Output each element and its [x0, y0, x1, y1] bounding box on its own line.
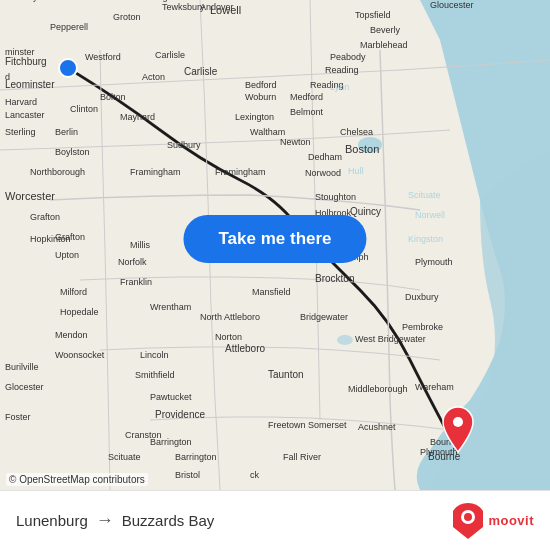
svg-text:Kingston: Kingston: [408, 234, 443, 244]
origin-label: Lunenburg: [16, 512, 88, 529]
map-attribution: © OpenStreetMap contributors: [6, 473, 148, 486]
svg-text:Hopedale: Hopedale: [60, 307, 99, 317]
svg-point-102: [59, 59, 77, 77]
svg-text:Barrington: Barrington: [150, 437, 192, 447]
svg-text:Tewksbury: Tewksbury: [162, 2, 205, 12]
moovit-icon: [453, 503, 483, 539]
svg-text:Bolton: Bolton: [100, 92, 126, 102]
svg-text:Milford: Milford: [60, 287, 87, 297]
svg-text:West Bridgewater: West Bridgewater: [355, 334, 426, 344]
svg-text:Millis: Millis: [130, 240, 150, 250]
svg-text:ck: ck: [250, 470, 260, 480]
svg-text:Bedford: Bedford: [245, 80, 277, 90]
route-info: Lunenburg → Buzzards Bay: [16, 510, 453, 531]
svg-text:Andover: Andover: [200, 2, 234, 12]
svg-text:Burilville: Burilville: [5, 362, 39, 372]
svg-text:Topsfield: Topsfield: [355, 10, 391, 20]
svg-text:Newton: Newton: [280, 137, 311, 147]
svg-text:Mansfield: Mansfield: [252, 287, 291, 297]
svg-text:Medford: Medford: [290, 92, 323, 102]
map-container: Lowell Carlisle Fitchburg Leominster Wor…: [0, 0, 550, 490]
svg-text:Maynard: Maynard: [120, 112, 155, 122]
svg-text:Carlisle: Carlisle: [155, 50, 185, 60]
svg-text:Peabody: Peabody: [330, 52, 366, 62]
svg-point-105: [464, 513, 472, 521]
svg-text:Woonsocket: Woonsocket: [55, 350, 105, 360]
svg-text:Norton: Norton: [215, 332, 242, 342]
svg-text:Lancaster: Lancaster: [5, 110, 45, 120]
svg-text:minster: minster: [5, 47, 35, 57]
footer-bar: Lunenburg → Buzzards Bay moovit: [0, 490, 550, 550]
svg-text:Lynn: Lynn: [330, 82, 349, 92]
svg-text:Sudbury: Sudbury: [167, 140, 201, 150]
svg-text:Upton: Upton: [55, 250, 79, 260]
svg-text:Attleboro: Attleboro: [225, 343, 265, 354]
svg-text:Acton: Acton: [142, 72, 165, 82]
svg-text:Scituate: Scituate: [108, 452, 141, 462]
svg-text:Harvard: Harvard: [5, 97, 37, 107]
svg-text:Providence: Providence: [155, 409, 205, 420]
take-me-there-button[interactable]: Take me there: [183, 215, 366, 263]
svg-text:Stoughton: Stoughton: [315, 192, 356, 202]
svg-text:North Attleboro: North Attleboro: [200, 312, 260, 322]
svg-text:Pembroke: Pembroke: [402, 322, 443, 332]
svg-text:Freetown Somerset: Freetown Somerset: [268, 420, 347, 430]
svg-text:Westford: Westford: [85, 52, 121, 62]
svg-text:Boston: Boston: [345, 143, 379, 155]
moovit-logo: moovit: [453, 503, 534, 539]
svg-text:Framingham: Framingham: [130, 167, 181, 177]
arrow-icon: →: [96, 510, 114, 531]
svg-text:Scituate: Scituate: [408, 190, 441, 200]
svg-text:Beverly: Beverly: [370, 25, 401, 35]
svg-text:Plymouth: Plymouth: [415, 257, 453, 267]
svg-text:Acushnet: Acushnet: [358, 422, 396, 432]
svg-text:Pepperell: Pepperell: [50, 22, 88, 32]
svg-text:Wrentham: Wrentham: [150, 302, 191, 312]
svg-point-2: [337, 335, 353, 345]
svg-text:Taunton: Taunton: [268, 369, 304, 380]
svg-text:Gloucester: Gloucester: [430, 0, 474, 10]
svg-text:d: d: [5, 72, 10, 82]
svg-text:Woburn: Woburn: [245, 92, 276, 102]
svg-text:Worcester: Worcester: [5, 190, 55, 202]
svg-text:Leominster: Leominster: [5, 79, 55, 90]
svg-text:Framingham: Framingham: [215, 167, 266, 177]
svg-text:Norfolk: Norfolk: [118, 257, 147, 267]
svg-text:Bridgewater: Bridgewater: [300, 312, 348, 322]
svg-text:Smithfield: Smithfield: [135, 370, 175, 380]
svg-text:Boylston: Boylston: [55, 147, 90, 157]
svg-text:Northborough: Northborough: [30, 167, 85, 177]
svg-text:Groton: Groton: [113, 12, 141, 22]
svg-text:Middleborough: Middleborough: [348, 384, 408, 394]
svg-text:Norwood: Norwood: [305, 168, 341, 178]
svg-text:Fall River: Fall River: [283, 452, 321, 462]
svg-text:Lexington: Lexington: [235, 112, 274, 122]
svg-text:Barrington: Barrington: [175, 452, 217, 462]
svg-text:Lincoln: Lincoln: [140, 350, 169, 360]
svg-text:Berlin: Berlin: [55, 127, 78, 137]
destination-label: Buzzards Bay: [122, 512, 215, 529]
svg-text:Belmont: Belmont: [290, 107, 324, 117]
svg-text:Wareham: Wareham: [415, 382, 454, 392]
svg-point-103: [453, 417, 463, 427]
svg-text:Duxbury: Duxbury: [405, 292, 439, 302]
svg-text:Quincy: Quincy: [350, 206, 381, 217]
svg-text:Clinton: Clinton: [70, 104, 98, 114]
svg-text:Brockton: Brockton: [315, 273, 354, 284]
svg-text:Marblehead: Marblehead: [360, 40, 408, 50]
svg-text:Fitchburg: Fitchburg: [5, 56, 47, 67]
svg-text:Pawtucket: Pawtucket: [150, 392, 192, 402]
svg-text:Hopkinton: Hopkinton: [30, 234, 71, 244]
moovit-label: moovit: [488, 513, 534, 528]
svg-text:Hull: Hull: [348, 166, 364, 176]
svg-text:Plymouth: Plymouth: [420, 447, 458, 457]
svg-text:Foster: Foster: [5, 412, 31, 422]
svg-text:Mendon: Mendon: [55, 330, 88, 340]
svg-text:Franklin: Franklin: [120, 277, 152, 287]
svg-text:Grafton: Grafton: [30, 212, 60, 222]
svg-text:Waltham: Waltham: [250, 127, 285, 137]
svg-text:Carlisle: Carlisle: [184, 66, 218, 77]
svg-text:Reading: Reading: [325, 65, 359, 75]
svg-text:Bristol: Bristol: [175, 470, 200, 480]
svg-text:Glocester: Glocester: [5, 382, 44, 392]
